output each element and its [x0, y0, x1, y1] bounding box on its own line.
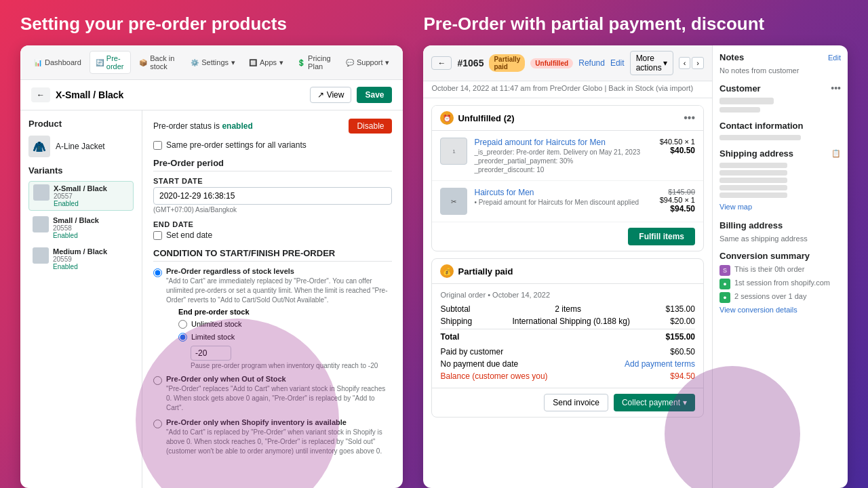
address-line-3: [719, 178, 787, 183]
variant-id-2: 20559: [53, 256, 130, 263]
nav-settings[interactable]: ⚙️ Settings ▾: [185, 56, 241, 70]
order-number: #1065: [457, 58, 484, 68]
prev-order-button[interactable]: ‹: [679, 57, 691, 69]
variant-status-1: Enabled: [53, 232, 130, 239]
variant-id-0: 20557: [54, 192, 129, 200]
session-icon: ●: [719, 279, 730, 289]
left-section-title: Setting your pre-order products: [20, 14, 403, 35]
same-settings-checkbox[interactable]: [153, 141, 162, 150]
shipping-card: Shipping address 📋 View map: [719, 148, 841, 212]
view-map-link[interactable]: View map: [719, 203, 752, 211]
conversion-text-1: 1st session from shopify.com: [734, 279, 830, 287]
save-button[interactable]: Save: [357, 87, 392, 103]
variant-item-xsmall[interactable]: X-Small / Black 20557 Enabled: [28, 181, 134, 211]
send-invoice-button[interactable]: Send invoice: [544, 394, 608, 411]
paid-label: Paid by customer: [440, 347, 503, 357]
item-price-total-1: $94.50: [660, 204, 695, 214]
item-name-0[interactable]: Prepaid amount for Haircuts for Men: [474, 138, 652, 147]
refund-link[interactable]: Refund: [578, 58, 605, 68]
variant-info-2: Medium / Black 20559 Enabled: [53, 247, 130, 270]
disable-button[interactable]: Disable: [349, 119, 392, 134]
unfulfilled-header: ⏰ Unfulfilled (2) •••: [432, 106, 703, 131]
notes-title: Notes: [719, 52, 744, 62]
timezone-hint: (GMT+07:00) Asia/Bangkok: [153, 206, 392, 214]
next-order-button[interactable]: ›: [692, 57, 704, 69]
start-date-input[interactable]: [153, 187, 392, 205]
conversion-card: Conversion summary S This is their 0th o…: [719, 251, 841, 314]
variant-item-small[interactable]: Small / Black 20558 Enabled: [28, 214, 134, 242]
payment-actions: Send invoice Collect payment ▾: [432, 388, 703, 417]
edit-link[interactable]: Edit: [610, 58, 625, 68]
billing-title: Billing address: [719, 220, 783, 230]
item-original-price-1: $145.00: [660, 188, 695, 196]
nav-preorder[interactable]: 🔄 Pre-order: [90, 51, 131, 74]
shipping-label: Shipping: [440, 317, 472, 326]
pre-order-period-header: Pre-Order period: [153, 158, 392, 171]
variant-name-0: X-Small / Black: [54, 184, 129, 192]
pricing-icon: 💲: [297, 59, 305, 66]
unfulfilled-menu-button[interactable]: •••: [684, 112, 695, 124]
variant-status-2: Enabled: [53, 263, 130, 270]
view-button[interactable]: ↗ View: [310, 87, 352, 103]
nav-dashboard[interactable]: 📊 Dashboard: [28, 56, 87, 69]
subtotal-label: Subtotal: [440, 304, 470, 314]
start-date-group: START DATE (GMT+07:00) Asia/Bangkok: [153, 177, 392, 214]
original-order-label: Original order • October 14, 2022: [440, 291, 695, 299]
contact-title: Contact information: [719, 121, 804, 131]
radio-0[interactable]: [153, 268, 162, 277]
nav-apps[interactable]: 🔲 Apps ▾: [243, 56, 289, 70]
panel-header: ← X-Small / Black ↗ View Save: [20, 80, 403, 110]
conversion-item-1: ● 1st session from shopify.com: [719, 279, 841, 289]
billing-card: Billing address Same as shipping address: [719, 220, 841, 243]
payment-section: 💰 Partially paid Original order • Octobe…: [431, 258, 704, 418]
view-conversion-link[interactable]: View conversion details: [719, 306, 841, 314]
address-line-4: [719, 185, 787, 190]
contact-card: Contact information: [719, 121, 841, 140]
total-row: Total $155.00: [440, 329, 695, 342]
nav-back-in-stock[interactable]: 📦 Back in stock: [134, 52, 182, 73]
notes-header: Notes Edit: [719, 52, 841, 62]
shipping-amount: $20.00: [670, 317, 695, 326]
product-item[interactable]: 🧥 A-Line Jacket: [28, 136, 134, 157]
order-actions: Refund Edit More actions ▾ ‹ ›: [578, 51, 704, 75]
breadcrumb: X-Small / Black: [56, 89, 304, 100]
address-line-1: [719, 163, 787, 168]
variant-thumbnail-1: [33, 216, 49, 232]
variant-name-2: Medium / Black: [53, 247, 130, 256]
item-details-0: Prepaid amount for Haircuts for Men _is_…: [474, 138, 652, 174]
order-back-button[interactable]: ←: [431, 56, 452, 70]
add-payment-link[interactable]: Add payment terms: [625, 359, 695, 369]
paid-by-row: Paid by customer $60.50: [440, 347, 695, 357]
shipping-value: International Shipping (0.188 kg): [513, 317, 630, 326]
item-name-1[interactable]: Haircuts for Men: [474, 188, 652, 197]
chevron-down-icon: ▾: [663, 58, 667, 68]
contact-header: Contact information: [719, 121, 841, 131]
back-button[interactable]: ←: [31, 87, 50, 102]
item-image-1: ✂: [440, 188, 467, 215]
total-label: Total: [440, 332, 459, 342]
nav-pricing[interactable]: 💲 Pricing Plan: [292, 52, 338, 73]
product-name: A-Line Jacket: [56, 142, 105, 151]
variant-item-medium[interactable]: Medium / Black 20559 Enabled: [28, 245, 134, 273]
item-meta-0-1: _is_preorder: Pre-order item. Delivery o…: [474, 148, 652, 156]
copy-icon[interactable]: 📋: [831, 149, 841, 158]
conversion-item-0: S This is their 0th order: [719, 265, 841, 276]
address-line-2: [719, 170, 787, 176]
item-price-qty-0: $40.50 × 1: [660, 138, 695, 146]
start-date-label: START DATE: [153, 177, 392, 185]
more-actions-button[interactable]: More actions ▾: [630, 51, 673, 75]
item-meta-0-2: _preorder_partial_payment: 30%: [474, 157, 652, 165]
unfulfilled-badge: Unfulfilled: [530, 58, 573, 68]
dashboard-icon: 📊: [34, 59, 42, 66]
conversion-header: Conversion summary: [719, 251, 841, 261]
notes-card: Notes Edit No notes from customer: [719, 52, 841, 75]
unlimited-radio[interactable]: [178, 320, 187, 329]
customer-menu-icon[interactable]: •••: [831, 83, 841, 94]
set-end-date-checkbox[interactable]: [153, 231, 162, 240]
bullet-icon: •: [474, 199, 477, 206]
fulfill-items-button[interactable]: Fulfill items: [628, 228, 695, 245]
nav-support[interactable]: 💬 Support ▾: [340, 56, 395, 70]
radio-label-0: Pre-Order regardless of stock levels: [166, 267, 392, 275]
notes-edit-link[interactable]: Edit: [828, 54, 841, 62]
order-timestamp: October 14, 2022 at 11:47 am from PreOrd…: [423, 81, 712, 98]
